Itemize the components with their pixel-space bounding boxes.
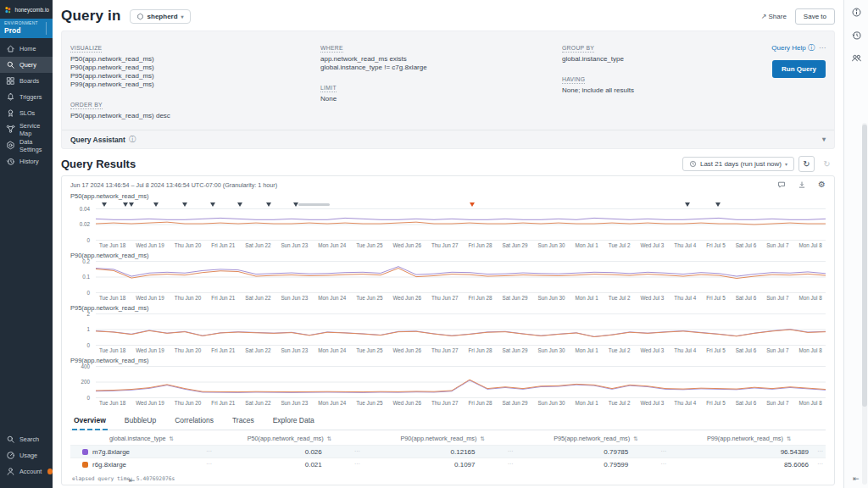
column-header[interactable]: P95(app.network_read_ms)⇅ [520, 435, 673, 442]
table-row[interactable]: r6g.8xlarge⋯0.021⋯0.1097⋯0.79599⋯85.6066… [70, 458, 826, 470]
sidebar-item-query[interactable]: Query [0, 57, 53, 73]
tab-traces[interactable]: Traces [231, 413, 256, 430]
sidebar-item-boards[interactable]: Boards [0, 73, 53, 89]
table-row[interactable]: m7g.8xlarge⋯0.026⋯0.12165⋯0.79785⋯96.543… [70, 445, 826, 458]
x-tick-label: Thu Jun 27 [431, 347, 459, 353]
builder-clause[interactable]: global.instance_type != c7g.8xlarge [320, 64, 562, 72]
marker-icon[interactable] [129, 202, 134, 207]
builder-section-order-by[interactable]: ORDER BYP50(app.network_read_ms) desc [70, 95, 320, 120]
cell-menu-icon[interactable]: ⋯ [817, 448, 824, 455]
cell-menu-icon[interactable]: ⋯ [660, 448, 667, 455]
comment-icon[interactable] [777, 180, 786, 189]
row-menu-icon[interactable]: ⋯ [206, 461, 213, 468]
marker-icon[interactable] [123, 202, 128, 207]
cell-menu-icon[interactable]: ⋯ [817, 461, 824, 468]
chart-plot-area[interactable]: 0.20.10 [96, 261, 826, 293]
dataset-selector[interactable]: shepherd ▾ [130, 9, 191, 24]
row-menu-icon[interactable]: ⋯ [206, 448, 213, 455]
x-tick-label: Fri Jun 28 [468, 242, 492, 248]
x-tick-label: Tue Jun 25 [356, 295, 382, 301]
sidebar-item-home[interactable]: Home [0, 41, 53, 57]
environment-selector[interactable]: ENVIRONMENT Prod [0, 19, 53, 38]
sort-icon[interactable]: ⇅ [170, 435, 174, 442]
collapse-sidebar-icon[interactable]: ⇤ [129, 476, 136, 485]
column-header[interactable]: P50(app.network_read_ms)⇅ [213, 435, 366, 442]
query-assistant-bar[interactable]: Query Assistant ⓘ ▾ [62, 130, 834, 148]
builder-section-having[interactable]: HAVINGNone; include all results [562, 69, 724, 95]
cell-menu-icon[interactable]: ⋯ [508, 461, 515, 468]
share-button[interactable]: ↗Share [761, 13, 787, 20]
x-tick-label: Wed Jul 3 [640, 295, 664, 301]
save-to-button[interactable]: Save to [795, 8, 835, 25]
sort-icon[interactable]: ⇅ [787, 435, 791, 442]
builder-clause[interactable]: app.network_read_ms exists [320, 55, 562, 64]
tab-bubbleup[interactable]: BubbleUp [123, 413, 158, 430]
info-icon[interactable] [851, 7, 862, 18]
history-icon[interactable] [851, 30, 862, 41]
column-header[interactable]: P99(app.network_read_ms)⇅ [672, 435, 826, 442]
chart-plot-area[interactable]: 0.040.020 [96, 208, 826, 241]
marker-icon[interactable] [102, 202, 107, 207]
builder-clause[interactable]: P95(app.network_read_ms) [70, 72, 320, 80]
sidebar-item-slos[interactable]: SLOs [0, 105, 53, 121]
builder-clause[interactable]: P50(app.network_read_ms) [70, 55, 320, 64]
marker-icon[interactable] [153, 202, 159, 207]
marker-icon[interactable] [293, 202, 298, 207]
cell-menu-icon[interactable]: ⋯ [660, 461, 667, 468]
more-options-icon[interactable]: ⋯ [819, 44, 826, 52]
builder-section-group-by[interactable]: GROUP BYglobal.instance_type [562, 38, 724, 64]
run-query-button[interactable]: Run Query [772, 60, 826, 78]
sort-icon[interactable]: ⇅ [480, 435, 484, 442]
marker-icon[interactable] [266, 202, 271, 207]
builder-clause[interactable]: None; include all results [562, 86, 724, 95]
group-cell[interactable]: m7g.8xlarge⋯ [70, 448, 213, 456]
deploy-marker-strip [96, 202, 826, 208]
time-range-selector[interactable]: Last 21 days (run just now) ▾ [682, 157, 794, 171]
marker-icon[interactable] [237, 202, 242, 207]
gear-icon[interactable]: ⚙ [818, 180, 826, 189]
builder-section-limit[interactable]: LIMITNone [320, 78, 562, 103]
sort-icon[interactable]: ⇅ [633, 435, 637, 442]
tab-explore-data[interactable]: Explore Data [271, 413, 316, 430]
builder-section-where[interactable]: WHEREapp.network_read_ms existsglobal.in… [320, 38, 562, 72]
collapse-panel-icon[interactable]: ⇤ [853, 474, 860, 483]
download-icon[interactable] [798, 180, 806, 189]
sidebar-item-usage[interactable]: Usage [0, 447, 53, 463]
sidebar-item-history[interactable]: History [0, 153, 53, 169]
marker-icon[interactable] [470, 202, 475, 207]
builder-clause[interactable]: P50(app.network_read_ms) desc [70, 112, 320, 120]
scrollbar[interactable] [862, 123, 867, 485]
cell-menu-icon[interactable]: ⋯ [354, 461, 361, 468]
column-header[interactable]: P90(app.network_read_ms)⇅ [366, 435, 520, 442]
tab-overview[interactable]: Overview [72, 413, 108, 430]
chevron-down-icon[interactable]: ▾ [822, 136, 826, 143]
sidebar-item-service-map[interactable]: Service Map [0, 121, 53, 137]
column-header[interactable]: global.instance_type⇅ [70, 435, 213, 442]
marker-icon[interactable] [715, 202, 721, 207]
marker-icon[interactable] [210, 202, 215, 207]
scrollbar-thumb[interactable] [862, 125, 867, 407]
sidebar-item-search[interactable]: Search [0, 431, 53, 447]
builder-clause[interactable]: P90(app.network_read_ms) [70, 64, 320, 72]
builder-clause[interactable]: None [320, 95, 562, 103]
chart-plot-area[interactable]: 4002000 [96, 366, 826, 398]
sort-icon[interactable]: ⇅ [327, 435, 331, 442]
sidebar-item-data-settings[interactable]: Data Settings [0, 137, 53, 153]
cell-menu-icon[interactable]: ⋯ [354, 448, 361, 455]
x-tick-label: Thu Jul 4 [674, 400, 696, 406]
builder-section-visualize[interactable]: VISUALIZEP50(app.network_read_ms)P90(app… [70, 38, 320, 89]
marker-icon[interactable] [182, 202, 187, 207]
builder-clause[interactable]: P99(app.network_read_ms) [70, 80, 320, 89]
tab-correlations[interactable]: Correlations [173, 413, 215, 430]
chart-plot-area[interactable]: 210 [96, 313, 826, 346]
group-cell[interactable]: r6g.8xlarge⋯ [70, 461, 213, 469]
people-icon[interactable] [851, 53, 862, 64]
honeycomb-logo[interactable]: honeycomb.io [0, 0, 53, 19]
sidebar-item-triggers[interactable]: Triggers [0, 89, 53, 105]
marker-icon[interactable] [685, 202, 690, 207]
rerun-query-button[interactable]: ↻ [798, 156, 815, 172]
sidebar-item-account[interactable]: Account [0, 463, 53, 480]
cell-menu-icon[interactable]: ⋯ [508, 448, 515, 455]
builder-clause[interactable]: global.instance_type [562, 55, 724, 64]
query-help-link[interactable]: Query Help ⓘ⋯ [771, 44, 826, 52]
